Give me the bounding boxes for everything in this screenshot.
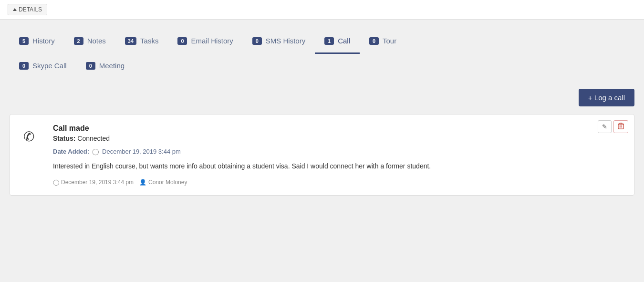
tab-email-history[interactable]: 0 Email History	[168, 29, 242, 54]
tab-sms-history-label: SMS History	[266, 37, 305, 45]
tab-meeting-label: Meeting	[99, 62, 125, 70]
call-date: Date Added: ◯ December 19, 2019 3:44 pm	[53, 148, 624, 155]
call-status-value: Connected	[77, 135, 110, 142]
tab-skype-call-badge: 0	[19, 62, 29, 70]
tab-call-badge: 1	[324, 37, 334, 45]
tab-meeting-badge: 0	[86, 62, 95, 70]
delete-button[interactable]	[613, 120, 628, 133]
tab-tour-badge: 0	[369, 37, 379, 45]
top-bar: DETAILS	[0, 0, 644, 20]
call-status: Status: Connected	[53, 135, 624, 142]
call-title: Call made	[53, 124, 624, 133]
tab-notes-badge: 2	[74, 37, 83, 45]
call-card: ✆ ✎ Call made Status: Connected Date Add	[10, 114, 634, 196]
footer-user: 👤 Conor Moloney	[139, 179, 187, 186]
tab-tasks-label: Tasks	[140, 37, 158, 45]
footer-clock-icon: ◯	[53, 179, 59, 186]
clock-icon: ◯	[92, 148, 99, 155]
action-bar: + Log a call	[10, 89, 634, 114]
call-actions: ✎	[598, 120, 628, 133]
tab-history-label: History	[32, 37, 55, 45]
tab-tour-label: Tour	[383, 37, 396, 45]
tab-tour[interactable]: 0 Tour	[360, 29, 406, 54]
tab-skype-call[interactable]: 0 Skype Call	[10, 54, 76, 79]
arrow-up-icon	[13, 8, 17, 11]
footer-date-value: December 19, 2019 3:44 pm	[61, 179, 134, 186]
call-date-value: December 19, 2019 3:44 pm	[102, 148, 181, 155]
tab-skype-call-label: Skype Call	[32, 62, 67, 70]
tabs-section: 5 History 2 Notes 34 Tasks 0 Email Histo…	[0, 20, 644, 79]
footer-date: ◯ December 19, 2019 3:44 pm	[53, 179, 134, 186]
tab-history-badge: 5	[19, 37, 29, 45]
tab-email-history-badge: 0	[177, 37, 187, 45]
log-call-button[interactable]: + Log a call	[579, 89, 634, 106]
footer-person-icon: 👤	[139, 179, 146, 186]
tab-notes[interactable]: 2 Notes	[64, 29, 115, 54]
tab-sms-history[interactable]: 0 SMS History	[243, 29, 315, 54]
tab-notes-label: Notes	[87, 37, 106, 45]
tab-tasks[interactable]: 34 Tasks	[115, 29, 168, 54]
call-date-label: Date Added:	[53, 148, 89, 155]
tab-history[interactable]: 5 History	[10, 29, 64, 54]
call-footer: ◯ December 19, 2019 3:44 pm 👤 Conor Molo…	[53, 179, 624, 186]
call-note: Interested in English course, but wants …	[53, 161, 624, 171]
tabs-row-1: 5 History 2 Notes 34 Tasks 0 Email Histo…	[10, 29, 634, 54]
tab-sms-history-badge: 0	[252, 37, 262, 45]
log-call-label: + Log a call	[588, 94, 625, 102]
trash-icon	[618, 123, 624, 129]
call-status-label: Status:	[53, 135, 75, 142]
tab-tasks-badge: 34	[125, 37, 136, 45]
content-area: + Log a call ✆ ✎ Call made Status:	[0, 79, 644, 205]
phone-icon: ✆	[23, 129, 34, 145]
tab-call-label: Call	[338, 37, 350, 45]
tabs-row-2: 0 Skype Call 0 Meeting	[10, 54, 634, 79]
edit-button[interactable]: ✎	[598, 120, 612, 133]
tab-call[interactable]: 1 Call	[315, 29, 360, 54]
tab-meeting[interactable]: 0 Meeting	[76, 54, 134, 79]
tab-email-history-label: Email History	[191, 37, 233, 45]
details-label: DETAILS	[19, 6, 42, 13]
details-button[interactable]: DETAILS	[8, 4, 47, 15]
footer-user-value: Conor Moloney	[148, 179, 187, 186]
